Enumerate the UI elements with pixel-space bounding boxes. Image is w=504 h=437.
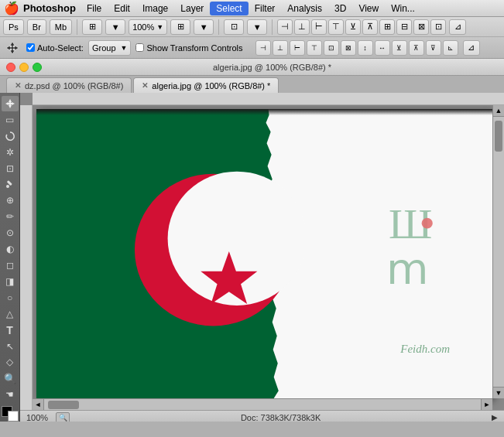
option-btn1[interactable]: ⊞ [170,19,190,35]
t-icon5[interactable]: ⊡ [324,40,339,56]
align-btn1[interactable]: ⊣ [277,19,293,35]
color-swatches[interactable] [2,406,19,422]
close-button[interactable] [6,63,15,72]
align-btn10[interactable]: ⊡ [430,19,446,35]
tab-close-dz[interactable]: ✕ [15,81,21,90]
scroll-down-arrow[interactable]: ▼ [493,387,504,398]
ps-button[interactable]: Ps [3,19,24,35]
menu-window[interactable]: Win... [385,2,421,15]
align-btn2[interactable]: ⊥ [294,19,310,35]
traffic-lights [6,63,42,72]
align-btn6[interactable]: ⊼ [362,19,378,35]
t-icon6[interactable]: ⊠ [341,40,356,56]
apple-menu[interactable]: 🍎 [0,1,23,15]
tool-move[interactable] [2,96,19,111]
option-btn2b[interactable]: ▼ [247,19,267,35]
svg-marker-0 [6,42,19,54]
menu-file[interactable]: File [81,2,108,15]
scroll-right-arrow[interactable]: ► [481,399,492,410]
status-doc-info: Doc: 738k3K/738k3K [77,413,484,422]
minimize-button[interactable] [19,63,29,72]
t-icon8[interactable]: ↔ [375,40,390,56]
menu-bar: 🍎 Photoshop File Edit Image Layer Select… [0,0,504,17]
tool-magic-wand[interactable]: ✲ [2,145,19,160]
document-canvas[interactable]: ⅿ Ш Feidh.com ▲ ▼ [20,93,504,422]
menu-filter[interactable]: Filter [249,2,282,15]
menu-layer[interactable]: Layer [174,2,210,15]
tool-crop[interactable]: ⊡ [2,161,19,176]
image-area: ⅿ Ш Feidh.com ▲ ▼ [33,105,504,410]
canvas-inner: ⅿ Ш Feidh.com ▲ ▼ [20,105,504,410]
align-btn8[interactable]: ⊟ [396,19,412,35]
t-icon1[interactable]: ⊣ [255,40,271,56]
t-icon4[interactable]: ⊤ [307,40,322,56]
auto-select-checkbox[interactable] [26,43,35,52]
tool-brush[interactable]: ✏ [2,209,19,224]
tool-hand[interactable]: ☚ [2,387,19,402]
t-icon11[interactable]: ⊽ [426,40,441,56]
tab-dz[interactable]: ✕ dz.psd @ 100% (RGB/8#) [6,77,132,93]
tool-rect-select[interactable]: ▭ [2,112,19,128]
svg-point-3 [6,185,9,188]
t-icon9[interactable]: ⊻ [392,40,407,56]
tool-zoom[interactable]: 🔍 [2,370,19,386]
t-icon3[interactable]: ⊢ [290,40,305,56]
torn-top [36,109,492,115]
t-icon7[interactable]: ↕ [358,40,373,56]
status-bar: 100% 🔍 Doc: 738k3K/738k3K ▶ [20,410,504,422]
tool-lasso[interactable] [2,128,19,144]
mb-button[interactable]: Mb [50,19,72,35]
zoom-dropdown[interactable]: 100% ▼ [129,19,167,35]
option-btn1b[interactable]: ▼ [194,19,214,35]
tool-eyedropper[interactable] [2,177,19,193]
scrollbar-horizontal[interactable]: ◄ ► [33,398,492,410]
tool-dodge[interactable]: ○ [2,290,19,306]
ruler-vertical [20,105,33,410]
t-icon12[interactable]: ⊾ [443,40,458,56]
status-nav-arrow[interactable]: ▶ [492,413,498,422]
group-dropdown[interactable]: Group ▼ [88,40,132,56]
scroll-up-arrow[interactable]: ▲ [493,105,504,117]
tab-algeria[interactable]: ✕ algeria.jpg @ 100% (RGB/8#) * [133,77,279,93]
tool-shape[interactable]: ◇ [2,355,19,370]
menu-analysis[interactable]: Analysis [281,2,328,15]
scrollbar-vertical[interactable]: ▲ ▼ [492,105,504,398]
tool-heal[interactable]: ⊕ [2,193,19,208]
menu-select[interactable]: Select [210,2,248,15]
align-btn9[interactable]: ⊠ [413,19,429,35]
ps-window: algeria.jpg @ 100% (RGB/8#) * ✕ dz.psd @… [0,59,504,422]
menu-3d[interactable]: 3D [328,2,352,15]
tool-path-select[interactable]: ↖ [2,339,19,354]
br-button[interactable]: Br [27,19,46,35]
menu-image[interactable]: Image [136,2,174,15]
show-transform-checkbox[interactable] [135,43,144,52]
align-btn7[interactable]: ⊞ [379,19,395,35]
align-btn3[interactable]: ⊢ [311,19,327,35]
tool-type[interactable]: T [2,323,19,338]
t-extra[interactable]: ⊿ [463,40,480,56]
tool-history-brush[interactable]: ◐ [2,241,19,257]
tool-pen[interactable]: △ [2,306,19,322]
auto-select-control[interactable]: Auto-Select: [26,43,84,53]
menu-view[interactable]: View [352,2,385,15]
tab-close-algeria[interactable]: ✕ [142,81,148,90]
scroll-thumb-h[interactable] [48,401,79,409]
align-btn5[interactable]: ⊻ [345,19,361,35]
tool-clone[interactable]: ⊙ [2,225,19,241]
show-transform-control[interactable]: Show Transform Controls [135,43,242,53]
align-btn4[interactable]: ⊤ [328,19,344,35]
scroll-thumb-v[interactable] [495,121,502,152]
align-extra[interactable]: ⊿ [449,19,466,35]
layer-icon-btn[interactable]: ⊞ [82,19,102,35]
status-zoom-icon[interactable]: 🔍 [56,412,70,422]
scroll-left-arrow[interactable]: ◄ [33,399,44,410]
t-icon2[interactable]: ⊥ [273,40,288,56]
tool-gradient[interactable]: ◨ [2,274,19,289]
option-btn2[interactable]: ⊡ [224,19,244,35]
menu-edit[interactable]: Edit [108,2,136,15]
layer-icon-btn2[interactable]: ▼ [105,19,125,35]
t-icon10[interactable]: ⊼ [409,40,424,56]
maximize-button[interactable] [33,63,42,72]
tool-eraser[interactable]: ◻ [2,258,19,273]
app-name: Photoshop [23,2,76,14]
